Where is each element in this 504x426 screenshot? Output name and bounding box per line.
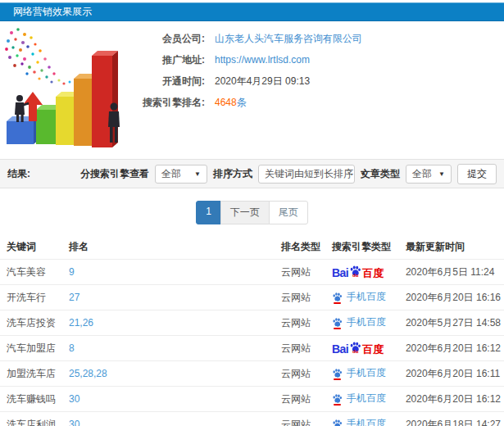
last-page-button[interactable]: 尾页 — [269, 201, 308, 224]
engine-view-value: 全部 — [161, 167, 181, 181]
info-row-rank-count: 搜索引擎排名: 4648条 — [129, 97, 362, 108]
submit-button[interactable]: 提交 — [457, 164, 497, 184]
rank-cell[interactable]: 30 — [66, 387, 278, 412]
baidu-logo-cn: 百度 — [362, 268, 384, 279]
company-link[interactable]: 山东老人头汽车服务咨询有限公司 — [215, 32, 362, 46]
rank-count-value: 4648条 — [215, 96, 247, 110]
engine-view-select[interactable]: 全部 ▼ — [155, 165, 207, 184]
rank-count-number: 4648 — [215, 97, 237, 108]
rank-type-cell: 云网站 — [278, 361, 329, 387]
rank-type-cell: 云网站 — [278, 412, 329, 426]
baidu-logo-latin: Bai — [332, 267, 348, 279]
page-1-button[interactable]: 1 — [196, 201, 221, 224]
mobile-baidu-paw-icon — [332, 368, 343, 378]
company-label: 会员公司: — [129, 32, 205, 46]
member-info: 会员公司: 山东老人头汽车服务咨询有限公司 推广地址: https://www.… — [129, 33, 362, 118]
keyword-cell: 洗车赚钱吗 — [0, 387, 66, 412]
keyword-cell: 加盟洗车店 — [0, 361, 66, 387]
mobile-baidu-paw-icon — [332, 292, 343, 302]
rank-cell[interactable]: 25,28,28 — [66, 361, 278, 387]
keyword-cell: 开洗车行 — [0, 285, 66, 310]
keyword-cell: 汽车美容 — [0, 260, 66, 285]
mobile-baidu-underline — [334, 404, 341, 406]
open-time-value: 2020年4月29日 09:13 — [215, 75, 310, 88]
baidu-logo-cn: 百度 — [362, 344, 384, 355]
next-page-button[interactable]: 下一页 — [220, 201, 270, 224]
header-keyword: 关键词 — [0, 235, 66, 260]
sort-select[interactable]: 关键词由短到长排序 ▼ — [258, 165, 355, 184]
rank-cell[interactable]: 21,26 — [66, 310, 278, 336]
mobile-baidu-label: 手机百度 — [347, 290, 386, 304]
updated-cell: 2020年6月20日 16:16 — [402, 285, 504, 310]
mobile-baidu-label: 手机百度 — [347, 315, 386, 329]
rank-cell[interactable]: 27 — [66, 285, 278, 310]
mobile-baidu-badge: 手机百度 — [332, 417, 386, 426]
mobile-baidu-badge: 手机百度 — [332, 366, 386, 380]
keyword-cell: 洗车店利润 — [0, 412, 66, 426]
header-rank: 排名 — [66, 235, 278, 260]
article-type-value: 全部 — [412, 167, 432, 181]
header-rank-type: 排名类型 — [278, 235, 329, 260]
baidu-paw-icon: du — [349, 341, 361, 355]
info-row-open-time: 开通时间: 2020年4月29日 09:13 — [129, 75, 362, 87]
table-row: 加盟洗车店 25,28,28 云网站 手机百度 2020年6月20 — [0, 361, 504, 387]
rank-type-cell: 云网站 — [278, 310, 329, 336]
mobile-baidu-paw-icon — [332, 419, 343, 426]
keyword-cell: 汽车加盟店 — [0, 336, 66, 361]
mobile-baidu-underline — [334, 378, 341, 380]
table-row: 洗车赚钱吗 30 云网站 手机百度 2020年6月20日 16:1 — [0, 387, 504, 412]
results-table: 关键词 排名 排名类型 搜索引擎类型 最新更新时间 汽车美容 9 云网站 Bai — [0, 235, 504, 426]
rank-type-cell: 云网站 — [278, 336, 329, 361]
mobile-baidu-label: 手机百度 — [347, 417, 386, 426]
updated-cell: 2020年6月20日 16:11 — [402, 361, 504, 387]
engine-cell: 手机百度 — [329, 310, 402, 336]
open-time-label: 开通时间: — [129, 75, 205, 88]
mobile-baidu-underline — [334, 302, 341, 304]
updated-cell: 2020年5月27日 14:58 — [402, 310, 504, 336]
pagination: 1 下一页 尾页 — [0, 201, 504, 224]
mobile-baidu-label: 手机百度 — [347, 392, 386, 406]
rank-type-cell: 云网站 — [278, 260, 329, 285]
article-type-label: 文章类型 — [361, 167, 400, 181]
updated-cell: 2020年6月18日 14:27 — [402, 412, 504, 426]
info-row-url: 推广地址: https://www.lrtlsd.com — [129, 54, 362, 66]
result-label: 结果: — [7, 167, 30, 181]
bars — [7, 51, 118, 147]
rank-cell[interactable]: 30 — [66, 412, 278, 426]
baidu-paw-icon: du — [349, 265, 361, 279]
updated-cell: 2020年6月20日 16:12 — [402, 336, 504, 361]
mobile-baidu-label: 手机百度 — [347, 366, 386, 380]
bar-chart-illustration — [0, 23, 131, 156]
mobile-baidu-badge: 手机百度 — [332, 392, 386, 406]
filter-bar: 结果: 分搜索引擎查看 全部 ▼ 排序方式 关键词由短到长排序 ▼ 文章类型 全… — [0, 159, 504, 188]
rank-cell[interactable]: 8 — [66, 336, 278, 361]
updated-cell: 2020年6月5日 11:24 — [402, 260, 504, 285]
page-banner: 网络营销效果展示 — [0, 2, 504, 21]
baidu-logo-latin: Bai — [332, 343, 348, 355]
mobile-baidu-underline — [334, 328, 341, 329]
table-row: 汽车美容 9 云网站 Bai du 百度 2020年 — [0, 260, 504, 285]
baidu-paw-du-text: du — [352, 273, 358, 278]
table-row: 洗车店利润 30 云网站 手机百度 2020年6月18日 14:2 — [0, 412, 504, 426]
promo-url-link[interactable]: https://www.lrtlsd.com — [215, 54, 310, 66]
engine-cell: 手机百度 — [329, 361, 402, 387]
promo-url-label: 推广地址: — [129, 53, 205, 67]
table-row: 开洗车行 27 云网站 手机百度 2020年6月20日 16:16 — [0, 285, 504, 310]
table-header-row: 关键词 排名 排名类型 搜索引擎类型 最新更新时间 — [0, 235, 504, 260]
mobile-baidu-badge: 手机百度 — [332, 290, 386, 304]
engine-view-label: 分搜索引擎查看 — [80, 167, 149, 181]
rank-type-cell: 云网站 — [278, 285, 329, 310]
header-updated: 最新更新时间 — [402, 235, 504, 260]
article-type-select[interactable]: 全部 ▼ — [406, 165, 452, 184]
rank-count-unit: 条 — [237, 97, 247, 108]
rank-cell[interactable]: 9 — [66, 260, 278, 285]
sort-value: 关键词由短到长排序 — [265, 167, 353, 181]
updated-cell: 2020年6月20日 16:12 — [402, 387, 504, 412]
filter-controls: 分搜索引擎查看 全部 ▼ 排序方式 关键词由短到长排序 ▼ 文章类型 全部 ▼ … — [80, 164, 497, 184]
engine-cell: 手机百度 — [329, 387, 402, 412]
baidu-logo: Bai du 百度 — [332, 265, 384, 279]
keyword-cell: 洗车店投资 — [0, 310, 66, 336]
engine-cell: Bai du 百度 — [329, 260, 402, 285]
baidu-paw-du-text: du — [352, 349, 358, 354]
engine-cell: 手机百度 — [329, 285, 402, 310]
